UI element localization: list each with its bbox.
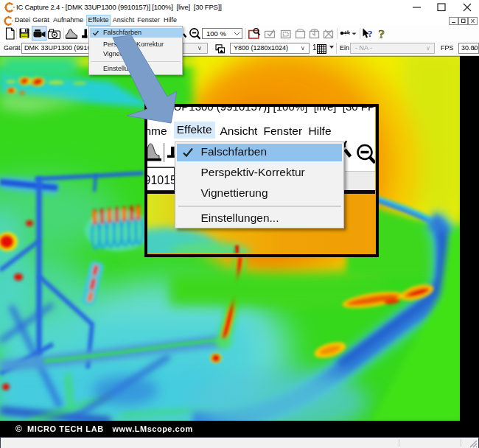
svg-text:100 %: 100 % <box>206 29 226 38</box>
svg-text:?: ? <box>379 27 385 41</box>
svg-text:?: ? <box>368 28 373 39</box>
